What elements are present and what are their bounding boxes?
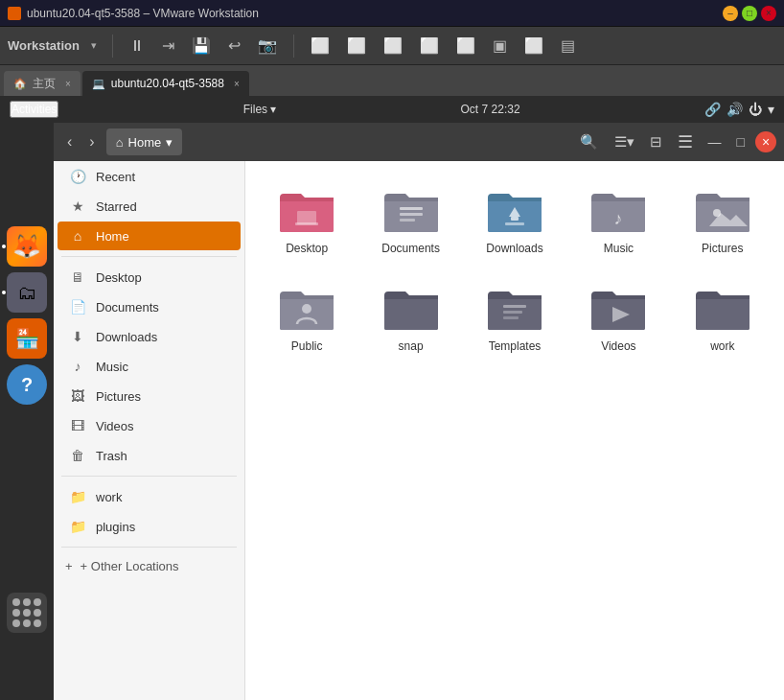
folder-videos[interactable]: Videos xyxy=(572,274,664,361)
view5-btn[interactable]: ⬜ xyxy=(451,35,480,57)
minimize-button[interactable]: – xyxy=(723,6,738,21)
dock-firefox[interactable]: 🦊 xyxy=(7,226,47,267)
file-manager: ‹ › ⌂ Home ▾ 🔍 ☰▾ ⊟ ☰ — □ × xyxy=(54,123,784,700)
desktop-icon: 🖥 xyxy=(69,269,86,285)
desktop-area: 🦊 🗂 🏪 ? xyxy=(0,123,784,700)
sidebar-item-starred[interactable]: ★ Starred xyxy=(58,192,241,221)
folder-downloads[interactable]: Downloads xyxy=(469,176,561,263)
sidebar-other-locations[interactable]: + + Other Locations xyxy=(54,553,244,579)
tab-vm[interactable]: 💻 ubuntu20.04-qt5-3588 × xyxy=(82,71,249,96)
home-tab-close[interactable]: × xyxy=(65,79,71,89)
fm-minimize-button[interactable]: — xyxy=(703,132,726,152)
folder-snap-label: snap xyxy=(399,339,424,353)
fm-close-button[interactable]: × xyxy=(755,131,776,152)
vm-tab-close[interactable]: × xyxy=(234,79,240,89)
view2-btn[interactable]: ⬜ xyxy=(342,35,371,57)
fm-maximize-button[interactable]: □ xyxy=(732,132,749,152)
folder-music-icon: ♪ xyxy=(588,184,649,236)
view7-btn[interactable]: ⬜ xyxy=(519,35,548,57)
fm-sidebar: 🕐 Recent ★ Starred ⌂ Home xyxy=(54,161,245,700)
folder-desktop-label: Desktop xyxy=(286,242,328,255)
revert-btn[interactable]: ↩ xyxy=(223,35,245,57)
sidebar-item-desktop[interactable]: 🖥 Desktop xyxy=(58,263,241,292)
folder-downloads-icon xyxy=(484,184,545,236)
fm-path-box[interactable]: ⌂ Home ▾ xyxy=(106,128,183,155)
window-titlebar: ubuntu20.04-qt5-3588 – VMware Workstatio… xyxy=(0,0,784,27)
sidebar-item-documents[interactable]: 📄 Documents xyxy=(58,292,241,321)
sidebar-item-pictures[interactable]: 🖼 Pictures xyxy=(58,382,241,410)
snapshot-btn[interactable]: 📷 xyxy=(253,35,282,57)
fm-grid-view-btn[interactable]: ⊟ xyxy=(645,131,667,152)
view3-btn[interactable]: ⬜ xyxy=(379,35,407,57)
fm-main-content: Desktop xyxy=(245,161,784,700)
folder-documents-label: Documents xyxy=(381,242,440,255)
starred-icon: ★ xyxy=(69,198,86,214)
music-icon: ♪ xyxy=(69,359,86,374)
svg-rect-7 xyxy=(505,222,524,225)
view8-btn[interactable]: ▤ xyxy=(556,35,580,57)
view1-btn[interactable]: ⬜ xyxy=(306,35,334,57)
fm-list-view-btn[interactable]: ☰▾ xyxy=(610,131,639,152)
fm-forward-button[interactable]: › xyxy=(83,131,100,152)
folder-pictures[interactable]: Pictures xyxy=(677,176,769,263)
folder-music[interactable]: ♪ Music xyxy=(572,176,664,263)
sidebar-label-music: Music xyxy=(96,360,128,374)
home-icon: ⌂ xyxy=(69,228,86,244)
activities-button[interactable]: Activities xyxy=(10,101,58,118)
fm-toolbar: ‹ › ⌂ Home ▾ 🔍 ☰▾ ⊟ ☰ — □ × xyxy=(54,123,784,161)
view4-btn[interactable]: ⬜ xyxy=(415,35,444,57)
svg-point-11 xyxy=(302,304,311,314)
save-state-btn[interactable]: 💾 xyxy=(187,35,216,57)
view6-btn[interactable]: ▣ xyxy=(488,35,512,57)
sidebar-label-videos: Videos xyxy=(96,419,134,433)
dock-apps-button[interactable] xyxy=(7,593,47,633)
folder-snap-icon xyxy=(380,282,442,334)
folder-work[interactable]: work xyxy=(677,274,769,361)
folder-public-label: Public xyxy=(291,339,323,353)
sidebar-item-videos[interactable]: 🎞 Videos xyxy=(58,411,241,440)
tabs-bar: 🏠 主页 × 💻 ubuntu20.04-qt5-3588 × xyxy=(0,65,784,96)
work-icon: 📁 xyxy=(69,489,86,504)
firefox-icon: 🦊 xyxy=(12,233,41,260)
sys-menu-arrow[interactable]: ▾ xyxy=(768,102,774,117)
vmware-app-name: Workstation xyxy=(8,38,80,53)
fm-search-button[interactable]: 🔍 xyxy=(574,131,604,152)
pause-btn[interactable]: ⏸ xyxy=(125,35,150,57)
dock-files[interactable]: 🗂 xyxy=(7,272,47,313)
sidebar-divider-1 xyxy=(61,256,237,257)
dock-software[interactable]: 🏪 xyxy=(7,318,47,359)
folder-pictures-icon xyxy=(692,184,753,236)
svg-text:♪: ♪ xyxy=(614,209,623,228)
fm-back-button[interactable]: ‹ xyxy=(61,131,78,152)
sidebar-item-trash[interactable]: 🗑 Trash xyxy=(58,441,241,470)
power-icon[interactable]: ⏻ xyxy=(749,102,762,117)
sidebar-label-pictures: Pictures xyxy=(96,389,141,404)
workstation-menu-btn[interactable]: ▾ xyxy=(87,37,101,54)
sidebar-item-music[interactable]: ♪ Music xyxy=(58,352,241,381)
folder-videos-icon xyxy=(588,282,649,334)
sidebar-label-home: Home xyxy=(96,229,129,244)
sidebar-item-home[interactable]: ⌂ Home xyxy=(58,222,241,250)
folder-videos-label: Videos xyxy=(601,339,635,353)
fm-menu-button[interactable]: ☰ xyxy=(673,129,698,154)
plugins-icon: 📁 xyxy=(69,519,86,534)
files-menu[interactable]: Files ▾ xyxy=(243,103,276,116)
close-button[interactable]: × xyxy=(761,6,776,21)
svg-rect-12 xyxy=(503,305,526,308)
folder-public[interactable]: Public xyxy=(261,274,353,361)
send-btn[interactable]: ⇥ xyxy=(157,35,179,57)
sidebar-item-work[interactable]: 📁 work xyxy=(58,482,241,511)
folder-templates[interactable]: Templates xyxy=(469,274,561,361)
folder-documents[interactable]: Documents xyxy=(364,176,456,263)
vm-tab-icon: 💻 xyxy=(92,78,105,90)
dock-help[interactable]: ? xyxy=(7,364,47,405)
sidebar-item-plugins[interactable]: 📁 plugins xyxy=(58,512,241,541)
tab-home[interactable]: 🏠 主页 × xyxy=(4,71,81,96)
maximize-button[interactable]: □ xyxy=(742,6,757,21)
folder-snap[interactable]: snap xyxy=(364,274,456,361)
sidebar-label-starred: Starred xyxy=(96,199,137,214)
sidebar-item-downloads[interactable]: ⬇ Downloads xyxy=(58,322,241,351)
svg-rect-6 xyxy=(511,217,519,221)
sidebar-item-recent[interactable]: 🕐 Recent xyxy=(58,162,241,191)
folder-desktop[interactable]: Desktop xyxy=(261,176,353,263)
